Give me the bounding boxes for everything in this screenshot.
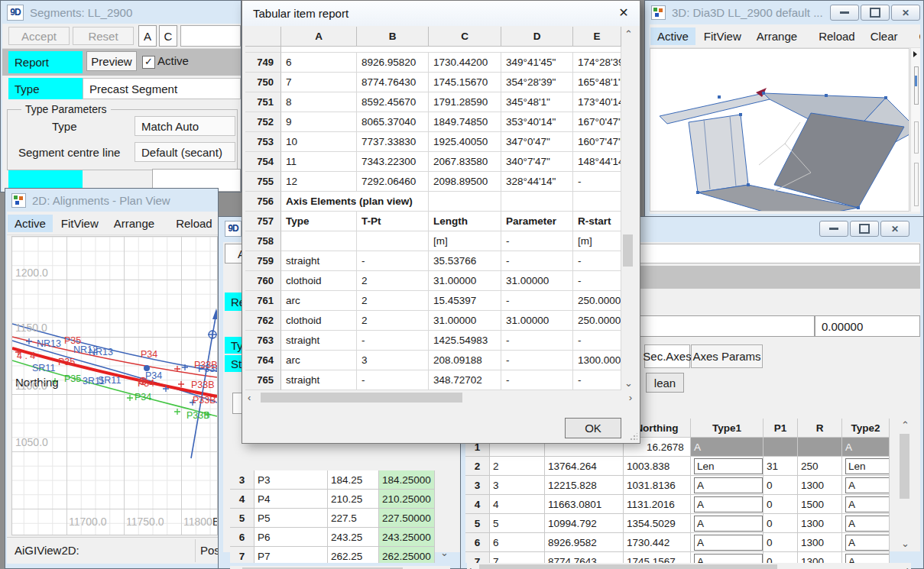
table-cell[interactable]: 1791.28590: [429, 92, 501, 112]
table-cell[interactable]: 6: [490, 533, 545, 552]
table-cell[interactable]: 328°44'14": [501, 172, 573, 192]
table-cell[interactable]: 9: [281, 112, 357, 132]
row-number[interactable]: 751: [245, 92, 281, 112]
table-cell[interactable]: 1354.5029: [624, 514, 691, 533]
table-cell[interactable]: 1500: [798, 495, 842, 514]
table-cell[interactable]: 7737.33830: [357, 132, 429, 152]
table-cell[interactable]: 250.00000: [573, 311, 621, 331]
dialog-hscrollbar[interactable]: ‹ ›: [245, 391, 634, 404]
table-cell[interactable]: 8065.37040: [357, 112, 429, 132]
table-cell[interactable]: 1849.74850: [429, 112, 501, 132]
column-header-P1[interactable]: P1: [764, 419, 798, 438]
table-cell[interactable]: 10994.792: [545, 514, 624, 533]
toolbar-button-active[interactable]: Active: [8, 215, 53, 232]
tab-axes-params[interactable]: Axes Params: [691, 344, 763, 368]
table-cell[interactable]: 8774.76430: [357, 73, 429, 92]
table-cell[interactable]: 10: [281, 132, 357, 152]
dialog-vscrollbar[interactable]: ⌃ ⌄: [621, 27, 634, 390]
table-cell[interactable]: 31: [764, 457, 798, 476]
scroll-down-icon[interactable]: ⌄: [440, 548, 449, 558]
3d-side-strip[interactable]: [910, 48, 920, 212]
table-cell[interactable]: Parameter: [501, 212, 573, 231]
table-cell[interactable]: 3: [357, 351, 429, 370]
table-cell[interactable]: clothoid: [281, 271, 357, 291]
table-cell[interactable]: A: [842, 438, 890, 457]
table-cell[interactable]: [764, 438, 798, 457]
table-cell[interactable]: 165°48'1": [573, 73, 621, 92]
toolbar-button-fitview[interactable]: FitView: [697, 27, 748, 45]
row-number[interactable]: 755: [245, 172, 281, 192]
row-number[interactable]: 752: [245, 112, 281, 132]
table-cell[interactable]: 2: [357, 291, 429, 311]
table-cell[interactable]: 4: [465, 495, 490, 514]
segments-titlebar[interactable]: 9D Segments: LL_2900: [1, 1, 241, 24]
table-cell[interactable]: 340°7'47": [501, 152, 573, 172]
table-cell[interactable]: straight: [281, 251, 357, 271]
table-cell[interactable]: 148°44'14: [573, 152, 621, 172]
row-number[interactable]: 5: [230, 509, 255, 528]
table-cell[interactable]: 2: [357, 271, 429, 291]
table-cell[interactable]: 8926.9582: [545, 533, 624, 552]
table-cell[interactable]: 8: [281, 92, 357, 112]
table-cell[interactable]: 11: [281, 152, 357, 172]
close-button[interactable]: ✕: [891, 5, 920, 21]
row-number[interactable]: 6: [230, 528, 255, 547]
toolbar-button-optio[interactable]: Optio: [913, 27, 920, 45]
reset-button[interactable]: Reset: [73, 27, 134, 45]
table-cell[interactable]: 31.00000: [501, 311, 573, 331]
minimize-button[interactable]: [819, 221, 848, 237]
table-cell[interactable]: 5: [490, 514, 545, 533]
column-header-Type1[interactable]: Type1: [691, 419, 764, 438]
table-cell[interactable]: A: [691, 514, 764, 533]
column-header-B[interactable]: B: [357, 27, 429, 47]
table-cell[interactable]: arc: [281, 291, 357, 311]
table-cell[interactable]: -: [501, 251, 573, 271]
table-cell[interactable]: A: [691, 495, 764, 514]
row-number[interactable]: 4: [230, 490, 255, 509]
table-cell[interactable]: -: [573, 172, 621, 192]
maximize-button[interactable]: [850, 221, 879, 237]
column-header-E[interactable]: E: [573, 27, 621, 47]
table-cell[interactable]: -: [573, 370, 621, 390]
toolbar-button-reload[interactable]: Reload: [812, 27, 862, 45]
table-cell[interactable]: 349°41'45": [501, 53, 573, 73]
table-cell[interactable]: 0: [764, 552, 798, 563]
table-cell[interactable]: A: [842, 476, 890, 495]
table-cell[interactable]: [798, 438, 842, 457]
table-cell[interactable]: clothoid: [281, 311, 357, 331]
table-cell[interactable]: 6: [281, 53, 357, 73]
ok-button[interactable]: OK: [565, 418, 621, 438]
table-cell[interactable]: 2: [465, 457, 490, 476]
table-cell[interactable]: P5: [255, 509, 328, 528]
table-cell[interactable]: 0: [764, 476, 798, 495]
table-cell[interactable]: straight: [281, 370, 357, 390]
table-cell[interactable]: 8592.45670: [357, 92, 429, 112]
table-cell[interactable]: -: [501, 370, 573, 390]
2d-titlebar[interactable]: 2D: Alignments - Plan View: [5, 189, 218, 212]
table-cell[interactable]: 210.25000: [379, 490, 435, 509]
table-cell[interactable]: 345°48'1": [501, 92, 573, 112]
table-cell[interactable]: 8926.95820: [357, 53, 429, 73]
table-cell[interactable]: 262.25: [328, 547, 379, 563]
table-cell[interactable]: P3: [255, 470, 328, 490]
table-cell[interactable]: 243.25: [328, 528, 379, 547]
table-cell[interactable]: 262.25000: [379, 547, 435, 563]
table-cell[interactable]: [357, 231, 429, 251]
column-header-Type2[interactable]: Type2: [842, 419, 890, 438]
row-number[interactable]: 749: [245, 53, 281, 73]
row-number[interactable]: 750: [245, 73, 281, 92]
table-cell[interactable]: 1425.54983: [429, 331, 501, 351]
table-cell[interactable]: 2: [490, 457, 545, 476]
table-cell[interactable]: 7292.06460: [357, 172, 429, 192]
table-cell[interactable]: arc: [281, 351, 357, 370]
table-cell[interactable]: A: [842, 533, 890, 552]
table-cell[interactable]: -: [357, 331, 429, 351]
type-value-field[interactable]: Precast Segment: [83, 78, 241, 99]
column-header-D[interactable]: D: [501, 27, 573, 47]
table-cell[interactable]: 0: [764, 495, 798, 514]
table-cell[interactable]: 1300: [798, 533, 842, 552]
vscrollbar[interactable]: ⌃ ⌄: [898, 419, 911, 550]
table-cell[interactable]: -: [501, 331, 573, 351]
table-cell[interactable]: 7: [281, 73, 357, 92]
row-number[interactable]: 757: [245, 212, 281, 231]
